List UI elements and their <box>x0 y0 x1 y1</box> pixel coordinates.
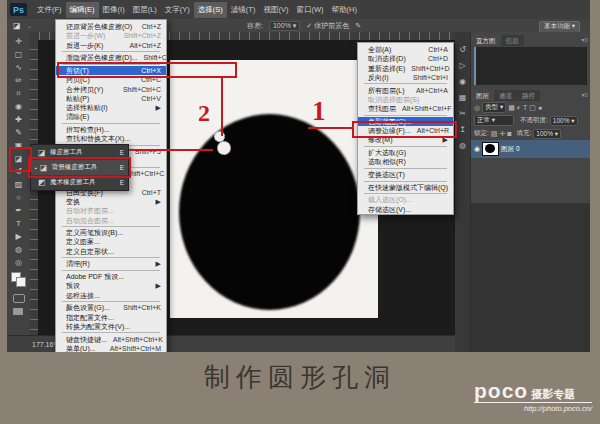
tab-histogram[interactable]: 直方图 <box>471 35 501 46</box>
layer-row[interactable]: ◉ 图层 0 <box>471 140 590 158</box>
menubar-item[interactable]: 文件(F) <box>33 2 66 18</box>
menu-item[interactable]: 键盘快捷键...Alt+Shift+Ctrl+K <box>56 335 166 344</box>
menu-item[interactable]: 远程连接... <box>56 291 166 300</box>
menu-item[interactable]: 反向(I)Shift+Ctrl+I <box>358 73 453 82</box>
menubar-item[interactable]: 视图(V) <box>259 2 292 18</box>
menu-item[interactable]: 清理(R)▶ <box>56 259 166 268</box>
brush-tool-icon[interactable]: ✎ <box>7 126 30 139</box>
filter-type-icon[interactable]: T <box>523 104 527 111</box>
menu-item[interactable]: 选择性粘贴(I)▶ <box>56 103 166 112</box>
menu-item[interactable]: 扩大选取(G) <box>358 148 453 157</box>
filter-adjustment-icon[interactable]: ◐ <box>517 104 521 111</box>
menu-item[interactable]: 查找图层Alt+Shift+Ctrl+F <box>358 104 453 113</box>
gradient-tool-icon[interactable]: ▨ <box>7 178 30 191</box>
lasso-tool-icon[interactable]: ∿ <box>7 61 30 74</box>
zoom-tool-icon[interactable]: ◎ <box>7 256 30 269</box>
menu-item[interactable]: 在快速蒙版模式下编辑(Q) <box>358 183 453 192</box>
pen-tool-icon[interactable]: ✒ <box>7 204 30 217</box>
layer-visibility-eye-icon[interactable]: ◉ <box>474 145 480 153</box>
tablet-pressure-icon[interactable]: ✎ <box>355 22 361 30</box>
crop-tool-icon[interactable]: ⌗ <box>7 87 30 100</box>
menu-item[interactable]: 自动对齐图层... <box>56 206 166 215</box>
color-swatches[interactable] <box>11 272 25 286</box>
menubar-item[interactable]: 图层(L) <box>129 2 161 18</box>
opacity-value[interactable]: 100% ▾ <box>550 116 578 126</box>
blur-tool-icon[interactable]: ○ <box>7 191 30 204</box>
menu-item[interactable]: 还原背景色橡皮擦(O)Ctrl+Z <box>56 22 166 31</box>
menu-item[interactable]: 所有图层(L)Alt+Ctrl+A <box>358 86 453 95</box>
menu-item[interactable]: 全部(A)Ctrl+A <box>358 45 453 54</box>
menubar-item[interactable]: 图像(I) <box>99 2 129 18</box>
layer-thumbnail[interactable] <box>482 142 499 156</box>
properties-panel-icon[interactable]: ◉ <box>455 74 470 90</box>
document-canvas[interactable] <box>170 60 378 318</box>
menu-item[interactable]: 重新选择(E)Shift+Ctrl+D <box>358 64 453 73</box>
tab-layers[interactable]: 图层 <box>471 90 494 101</box>
background-color-swatch[interactable] <box>16 277 26 287</box>
lock-transparency-icon[interactable]: ▨ <box>491 130 498 138</box>
menu-item[interactable]: 转换为配置文件(V)... <box>56 322 166 331</box>
menu-item[interactable]: Adobe PDF 预设... <box>56 272 166 281</box>
menu-item[interactable]: 指定配置文件... <box>56 313 166 322</box>
current-tool-icon[interactable]: ◪ <box>13 21 21 30</box>
menu-item[interactable]: 变换▶ <box>56 197 166 206</box>
menu-item[interactable]: 载入选区(O)... <box>358 195 453 204</box>
menu-item[interactable]: 颜色设置(G)...Shift+Ctrl+K <box>56 303 166 312</box>
menu-item[interactable]: 变换选区(T) <box>358 170 453 179</box>
menubar-item[interactable]: 选择(S) <box>194 2 227 18</box>
menu-item[interactable]: 拼写检查(H)... <box>56 125 166 134</box>
filter-pixel-icon[interactable]: ▦ <box>508 104 515 112</box>
styles-panel-icon[interactable]: ✂ <box>455 106 470 122</box>
actions-panel-icon[interactable]: ▷ <box>455 58 470 74</box>
tab-channels[interactable]: 通道 <box>494 90 517 101</box>
menu-item[interactable]: 前进一步(W)Shift+Ctrl+Z <box>56 31 166 40</box>
eyedropper-tool-icon[interactable]: ◉ <box>7 100 30 113</box>
filter-type-dropdown[interactable]: 类型 ▾ <box>482 102 506 113</box>
filter-shape-icon[interactable]: ▢ <box>529 104 536 112</box>
clone-source-panel-icon[interactable]: ◍ <box>455 138 470 154</box>
tool-preset-caret-icon[interactable]: ⌄ <box>27 22 32 29</box>
menu-item[interactable]: 定义图案... <box>56 237 166 246</box>
menu-item[interactable]: 菜单(U)...Alt+Shift+Ctrl+M <box>56 344 166 352</box>
menubar-item[interactable]: 窗口(W) <box>292 2 327 18</box>
menu-item[interactable]: 查找和替换文本(X)... <box>56 134 166 143</box>
hand-tool-icon[interactable]: ◍ <box>7 243 30 256</box>
quick-mask-icon[interactable] <box>13 294 25 303</box>
blend-mode-dropdown[interactable]: 正常 ▾ <box>474 115 514 126</box>
menu-item[interactable]: 预设▶ <box>56 281 166 290</box>
menubar-item[interactable]: 文字(Y) <box>161 2 194 18</box>
menu-item[interactable]: 选取相似(R) <box>358 157 453 166</box>
fill-value[interactable]: 100% ▾ <box>533 129 561 139</box>
type-tool-icon[interactable]: T <box>7 217 30 230</box>
menu-item[interactable]: 取消选择图层(S) <box>358 95 453 104</box>
filter-smart-icon[interactable]: ● <box>538 104 542 111</box>
tab-paths[interactable]: 路径 <box>517 90 540 101</box>
menu-item[interactable]: 合并拷贝(Y)Shift+Ctrl+C <box>56 85 166 94</box>
move-tool-icon[interactable]: ✛ <box>7 35 30 48</box>
lock-all-icon[interactable]: ◙ <box>507 130 511 137</box>
adjustments-panel-icon[interactable]: ▦ <box>455 90 470 106</box>
workspace-switcher[interactable]: 基本功能 ▾ <box>539 21 580 33</box>
menu-item[interactable]: 清除(E) <box>56 112 166 121</box>
tolerance-value[interactable]: 100% ▾ <box>269 21 300 31</box>
menu-item[interactable]: 定义自定形状... <box>56 247 166 256</box>
path-selection-tool-icon[interactable]: ▶ <box>7 230 30 243</box>
menubar-item[interactable]: 滤镜(T) <box>227 2 260 18</box>
menubar-item[interactable]: 编辑(E) <box>66 2 99 18</box>
lock-position-icon[interactable]: ✛ <box>499 130 505 138</box>
quick-selection-tool-icon[interactable]: ✏ <box>7 74 30 87</box>
info-panel-icon[interactable]: ↥ <box>455 122 470 138</box>
marquee-tool-icon[interactable]: ▢ <box>7 48 30 61</box>
menubar-item[interactable]: 帮助(H) <box>328 2 361 18</box>
menu-item[interactable]: 自动混合图层... <box>56 216 166 225</box>
menu-item[interactable]: 取消选择(D)Ctrl+D <box>358 54 453 63</box>
filter-search-icon[interactable]: ◎ <box>474 104 480 112</box>
layer-name[interactable]: 图层 0 <box>501 145 519 154</box>
healing-brush-tool-icon[interactable]: ✚ <box>7 113 30 126</box>
panel-menu-icon[interactable]: ▾≡ <box>581 90 590 101</box>
screen-mode-icon[interactable] <box>13 308 23 315</box>
panel-menu-icon[interactable]: ▾≡ <box>581 35 590 46</box>
menu-item[interactable]: 定义画笔预设(B)... <box>56 228 166 237</box>
tab-info[interactable]: 信息 <box>501 35 524 46</box>
menu-item[interactable]: 粘贴(P)Ctrl+V <box>56 94 166 103</box>
